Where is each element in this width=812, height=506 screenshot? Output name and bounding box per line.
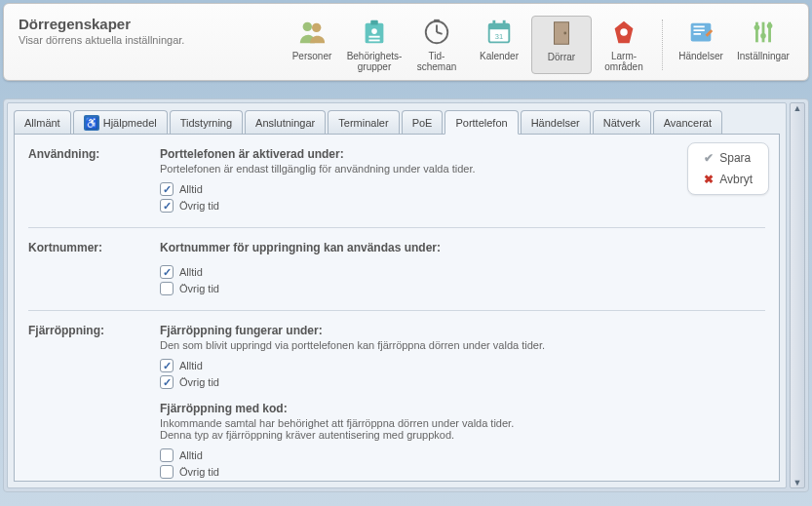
badge-icon (360, 18, 389, 47)
svg-rect-16 (555, 22, 569, 45)
header-text-block: Dörregenskaper Visar dörrens aktuella in… (19, 16, 184, 46)
door-icon (547, 19, 576, 48)
usage-opt-always[interactable]: Alltid (160, 182, 765, 196)
tab-label: Tidstyrning (180, 117, 232, 129)
tab-label: Händelser (531, 117, 580, 129)
cross-icon: ✖ (704, 173, 714, 186)
tab-connections[interactable]: Anslutningar (245, 110, 326, 135)
svg-rect-13 (492, 20, 495, 26)
checkbox-icon (160, 265, 174, 279)
tab-network[interactable]: Nätverk (593, 110, 651, 135)
save-button[interactable]: ✔ Spara (704, 151, 753, 165)
tab-label: Allmänt (24, 117, 60, 129)
toolbar-item-time-schedules[interactable]: Tid- scheman (406, 16, 467, 74)
tab-label: PoE (412, 117, 433, 129)
tab-bar: Allmänt ♿Hjälpmedel Tidstyrning Anslutni… (8, 103, 786, 134)
svg-point-1 (312, 23, 321, 32)
usage-title: Porttelefonen är aktiverad under: (160, 147, 765, 161)
tab-doorphone[interactable]: Porttelefon (445, 110, 518, 135)
svg-point-4 (371, 28, 377, 34)
svg-rect-14 (503, 20, 506, 26)
toolbar-item-events[interactable]: Händelser (671, 16, 731, 74)
toolbar-label: Personer (292, 51, 332, 61)
toolbar-label: Kalender (480, 51, 519, 61)
checkbox-label: Övrig tid (179, 200, 219, 212)
remote-code-opt-always[interactable]: Alltid (160, 448, 765, 462)
svg-point-25 (767, 23, 773, 29)
svg-point-0 (303, 22, 312, 31)
tab-label: Hjälpmedel (103, 117, 157, 129)
remote-code-desc-b: Denna typ av fjärröppning kräver autenti… (160, 429, 765, 441)
remote-desc: Den som blivit uppringd via porttelefone… (160, 339, 765, 351)
svg-point-18 (620, 28, 628, 36)
svg-rect-6 (368, 40, 379, 42)
section-remote-open: Fjärröppning: Fjärröppning fungerar unde… (28, 321, 765, 482)
checkbox-icon (160, 448, 174, 462)
section-shortnumber: Kortnummer: Kortnummer för uppringning k… (28, 238, 765, 311)
page-title: Dörregenskaper (19, 16, 184, 32)
tab-general[interactable]: Allmänt (14, 110, 71, 135)
sliders-icon (749, 18, 778, 47)
tab-poe[interactable]: PoE (402, 110, 444, 135)
tab-label: Avancerat (664, 117, 712, 129)
svg-point-24 (760, 33, 766, 39)
tab-label: Porttelefon (455, 117, 507, 129)
toolbar-item-doors[interactable]: Dörrar (531, 16, 592, 74)
cancel-button[interactable]: ✖ Avbryt (704, 173, 753, 186)
checkbox-icon (160, 182, 174, 196)
svg-point-23 (754, 25, 760, 31)
shortnumber-title: Kortnummer för uppringning kan användas … (160, 241, 765, 254)
tab-terminals[interactable]: Terminaler (328, 110, 399, 135)
toolbar-item-alarm-areas[interactable]: Larm- områden (594, 16, 654, 74)
vertical-scrollbar[interactable]: ▲ ▼ (790, 102, 805, 488)
remote-title: Fjärröppning fungerar under: (160, 324, 765, 337)
header-card: Dörregenskaper Visar dörrens aktuella in… (3, 3, 809, 81)
scroll-down-icon: ▼ (793, 478, 802, 487)
tab-label: Nätverk (603, 117, 640, 129)
checkbox-label: Övrig tid (179, 376, 219, 388)
toolbar-item-calendar[interactable]: 31 Kalender (469, 16, 529, 74)
remote-code-opt-other[interactable]: Övrig tid (160, 465, 765, 479)
usage-opt-other[interactable]: Övrig tid (160, 199, 765, 213)
scroll-up-icon: ▲ (793, 103, 802, 113)
accessibility-icon: ♿ (84, 115, 99, 131)
tab-accessibility[interactable]: ♿Hjälpmedel (73, 110, 168, 135)
save-label: Spara (719, 151, 751, 165)
main-toolbar: Personer Behörighets- grupper Tid- schem… (282, 16, 793, 74)
svg-point-17 (563, 32, 566, 35)
tab-body-doorphone: ✔ Spara ✖ Avbryt Användning: Porttelefon… (14, 134, 780, 482)
toolbar-label: Behörighets- grupper (347, 51, 403, 72)
section-label-remote: Fjärröppning: (28, 324, 160, 482)
content-panel: Allmänt ♿Hjälpmedel Tidstyrning Anslutni… (3, 98, 809, 492)
remote-opt-other[interactable]: Övrig tid (160, 375, 765, 389)
tab-time-control[interactable]: Tidstyrning (170, 110, 243, 135)
svg-rect-5 (368, 36, 379, 38)
tab-advanced[interactable]: Avancerat (653, 110, 722, 135)
section-usage: Användning: Porttelefonen är aktiverad u… (28, 144, 765, 228)
shortnumber-opt-other[interactable]: Övrig tid (160, 282, 765, 295)
svg-text:31: 31 (495, 32, 503, 41)
page-subtitle: Visar dörrens aktuella inställningar. (19, 34, 184, 46)
checkbox-label: Alltid (179, 266, 203, 278)
checkbox-icon (160, 375, 174, 389)
shortnumber-opt-always[interactable]: Alltid (160, 265, 765, 279)
toolbar-item-permission-groups[interactable]: Behörighets- grupper (344, 16, 405, 74)
checkbox-icon (160, 199, 174, 213)
toolbar-label: Dörrar (548, 52, 575, 62)
toolbar-label: Tid- scheman (417, 51, 457, 72)
remote-opt-always[interactable]: Alltid (160, 359, 765, 372)
calendar-icon: 31 (484, 18, 514, 47)
usage-desc: Portelefonen är endast tillgänglig för a… (160, 163, 765, 175)
section-label-usage: Användning: (28, 147, 160, 215)
svg-rect-12 (489, 24, 510, 30)
tab-label: Anslutningar (255, 117, 315, 129)
checkbox-label: Alltid (179, 449, 203, 461)
tab-events[interactable]: Händelser (521, 110, 591, 135)
toolbar-item-settings[interactable]: Inställningar (733, 16, 793, 74)
alarm-icon (609, 18, 638, 47)
section-label-shortnumber: Kortnummer: (28, 241, 160, 298)
checkbox-icon (160, 359, 174, 372)
checkbox-label: Övrig tid (179, 466, 219, 478)
toolbar-item-persons[interactable]: Personer (282, 16, 342, 74)
svg-rect-10 (434, 19, 440, 22)
